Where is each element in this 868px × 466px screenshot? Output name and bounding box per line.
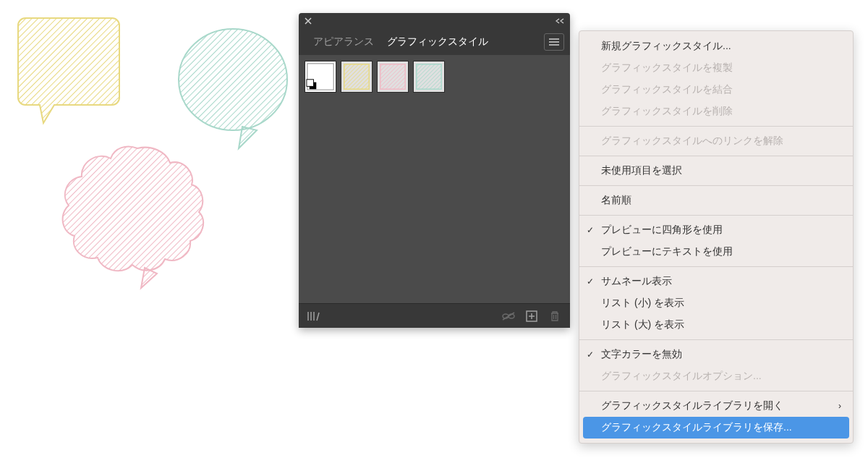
menu-override-char-color[interactable]: ✓文字カラーを無効 — [579, 344, 853, 365]
menu-divider — [579, 156, 853, 156]
menu-divider — [579, 391, 853, 391]
tab-appearance[interactable]: アピアランス — [313, 31, 374, 53]
panel-flyout-menu: 新規グラフィックスタイル... グラフィックスタイルを複製 グラフィックスタイル… — [579, 30, 854, 444]
menu-small-list-view[interactable]: リスト (小) を表示 — [579, 292, 853, 314]
svg-rect-9 — [307, 80, 314, 87]
panel-body — [299, 55, 570, 303]
menu-open-library[interactable]: グラフィックスタイルライブラリを開く› — [579, 395, 853, 417]
menu-divider — [579, 185, 853, 186]
menu-large-list-view[interactable]: リスト (大) を表示 — [579, 314, 853, 336]
panel-tabs: アピアランス グラフィックスタイル — [299, 29, 570, 55]
menu-delete-style: グラフィックスタイルを削除 — [579, 101, 853, 122]
svg-rect-13 — [380, 64, 405, 89]
menu-break-link: グラフィックスタイルへのリンクを解除 — [579, 130, 853, 152]
style-swatch-green[interactable] — [413, 61, 445, 93]
menu-save-library[interactable]: グラフィックスタイルライブラリを保存... — [583, 417, 849, 439]
menu-divider — [579, 339, 853, 340]
speech-bubble-pink — [58, 141, 217, 293]
panel-titlebar[interactable] — [299, 13, 570, 29]
menu-graphic-style-options: グラフィックスタイルオプション... — [579, 365, 853, 387]
library-menu-icon[interactable] — [306, 308, 322, 324]
check-icon: ✓ — [587, 276, 594, 287]
svg-rect-15 — [417, 64, 441, 89]
menu-divider — [579, 215, 853, 216]
menu-duplicate-style: グラフィックスタイルを複製 — [579, 57, 853, 79]
break-link-icon[interactable] — [501, 308, 516, 324]
graphic-styles-panel: アピアランス グラフィックスタイル — [299, 13, 570, 328]
menu-divider — [579, 126, 853, 127]
canvas-area — [0, 0, 297, 304]
menu-new-graphic-style[interactable]: 新規グラフィックスタイル... — [579, 35, 853, 57]
panel-menu-button[interactable] — [544, 33, 564, 51]
menu-sort-by-name[interactable]: 名前順 — [579, 190, 853, 211]
svg-rect-11 — [344, 64, 369, 89]
menu-merge-styles: グラフィックスタイルを結合 — [579, 79, 853, 101]
tab-graphic-styles[interactable]: グラフィックスタイル — [387, 31, 488, 53]
hamburger-icon — [548, 38, 560, 46]
menu-divider — [579, 266, 853, 267]
check-icon: ✓ — [587, 350, 594, 360]
menu-thumbnail-view[interactable]: ✓サムネール表示 — [579, 271, 853, 292]
style-swatch-pink[interactable] — [377, 61, 409, 93]
delete-style-icon[interactable] — [547, 308, 563, 324]
style-swatch-yellow[interactable] — [341, 61, 373, 93]
menu-use-text-preview[interactable]: プレビューにテキストを使用 — [579, 241, 853, 263]
check-icon: ✓ — [587, 225, 594, 235]
panel-footer — [299, 303, 570, 328]
new-style-icon[interactable] — [524, 308, 540, 324]
speech-bubble-yellow — [14, 11, 130, 130]
menu-use-square-preview[interactable]: ✓プレビューに四角形を使用 — [579, 219, 853, 241]
svg-point-2 — [179, 29, 287, 130]
style-swatch-default[interactable] — [305, 61, 336, 93]
close-icon[interactable] — [305, 16, 312, 27]
speech-bubble-green — [174, 25, 293, 152]
chevron-right-icon: › — [838, 401, 841, 411]
collapse-icon[interactable] — [556, 17, 564, 25]
menu-select-unused[interactable]: 未使用項目を選択 — [579, 160, 853, 182]
